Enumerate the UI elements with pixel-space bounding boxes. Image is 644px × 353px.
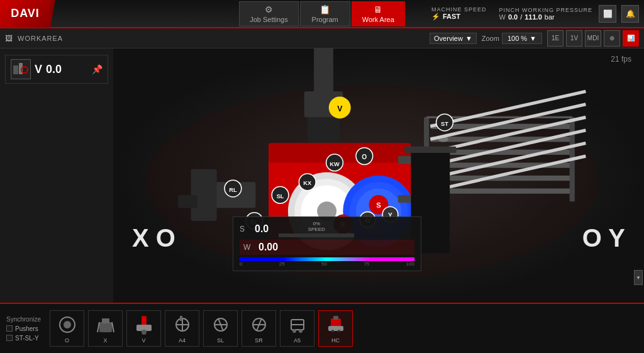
svg-point-98	[338, 330, 340, 332]
tab-job-settings[interactable]: ⚙ Job Settings	[239, 1, 299, 26]
v-number: 0.0	[46, 63, 62, 76]
tab-program[interactable]: 📋 Program	[300, 1, 350, 26]
machine-info: MACHINE SPEED ⚡ FAST PINCH WORKING PRESS…	[431, 6, 599, 21]
v-value: V	[35, 63, 42, 76]
zoom-control: Zoom 100 % ▼	[482, 33, 542, 44]
thumb-A5[interactable]: A5	[280, 310, 314, 347]
zoom-value[interactable]: 100 % ▼	[502, 33, 542, 44]
svg-rect-73	[99, 322, 112, 332]
bottom-bar: Synchronize Pushers ST-SL-Y O X	[0, 303, 644, 353]
scroll-right[interactable]: ▼	[634, 270, 643, 285]
toolbar-controls: 1E 1V MDI ⊕ 📊	[547, 30, 639, 47]
tab-work-area[interactable]: 🖥 Work Area	[352, 1, 405, 26]
svg-rect-38	[178, 195, 197, 208]
speed-bar-container: 0% SPEED	[279, 221, 354, 237]
sync-st-sl-y: ST-SL-Y	[6, 335, 41, 342]
thumb-SR-icon	[248, 313, 270, 336]
svg-text:KW: KW	[330, 161, 340, 167]
speed-bar	[279, 233, 354, 237]
pinch-pressure-block: PINCH WORKING PRESSURE W 0.0 / 111.0 bar	[499, 7, 592, 21]
toolbar: 🖼 WORKAREA Overview ▼ Zoom 100 % ▼ 1E 1V…	[0, 28, 644, 48]
svg-rect-46	[404, 147, 456, 153]
zoom-chevron-icon: ▼	[530, 35, 536, 42]
svg-point-97	[331, 330, 334, 332]
viewport: 21 fps	[113, 48, 644, 303]
svg-rect-9	[430, 189, 572, 194]
top-bar: DAVI ⚙ Job Settings 📋 Program 🖥 Work Are…	[0, 0, 644, 28]
thumb-O[interactable]: O	[50, 310, 84, 347]
thumb-SL[interactable]: SL	[203, 310, 238, 347]
program-icon: 📋	[319, 4, 330, 14]
thumb-X-icon	[94, 313, 117, 336]
pin-icon[interactable]: 📌	[92, 64, 103, 74]
work-area-icon: 🖥	[374, 4, 382, 14]
svg-rect-95	[328, 326, 343, 331]
thumb-X[interactable]: X	[88, 310, 123, 347]
thumb-A4-icon	[171, 313, 194, 336]
svg-text:V: V	[337, 104, 343, 113]
xo-overlay: X O	[132, 224, 175, 252]
chevron-down-icon: ▼	[465, 35, 472, 42]
thumb-SR[interactable]: SR	[242, 310, 276, 347]
workarea-label: WORKAREA	[18, 35, 63, 42]
svg-text:S: S	[376, 201, 381, 209]
svg-rect-83	[180, 316, 182, 321]
thumb-O-icon	[56, 313, 79, 336]
ctrl-chart[interactable]: 📊	[623, 30, 639, 47]
bell-icon-btn[interactable]: 🔔	[621, 5, 639, 23]
thumb-A5-icon	[286, 313, 309, 336]
overview-select[interactable]: Overview ▼	[430, 33, 477, 44]
speed-icon: ⚡	[431, 13, 440, 21]
window-icon-btn[interactable]: ⬜	[599, 5, 616, 23]
nav-tabs: ⚙ Job Settings 📋 Program 🖥 Work Area	[239, 1, 405, 26]
thumb-V[interactable]: V	[126, 310, 161, 347]
oy-overlay: O Y	[582, 224, 625, 252]
ctrl-crosshair[interactable]: ⊕	[604, 30, 620, 47]
svg-text:KX: KX	[303, 180, 312, 186]
job-settings-icon: ⚙	[265, 4, 273, 14]
machine-speed-block: MACHINE SPEED ⚡ FAST	[431, 6, 487, 21]
thumb-HC[interactable]: HC	[318, 310, 353, 347]
thumb-HC-icon	[325, 313, 347, 336]
svg-rect-0	[13, 65, 18, 74]
svg-text:RL: RL	[229, 187, 237, 193]
svg-text:SL: SL	[277, 193, 284, 199]
thumb-SL-icon	[209, 313, 232, 336]
data-panel: S 0.0 0% SPEED W 0.00	[233, 216, 421, 271]
main-area: V 0.0 📌 21 fps	[0, 48, 644, 303]
svg-rect-96	[333, 316, 338, 320]
svg-rect-39	[314, 48, 333, 104]
sync-pushers: Pushers	[6, 325, 41, 332]
ctrl-mdi[interactable]: MDI	[585, 30, 601, 47]
svg-line-75	[97, 322, 99, 332]
color-bar: 0 25 50 75 100	[240, 257, 414, 267]
workarea-icon: 🖼	[5, 34, 13, 43]
v-icon	[11, 59, 31, 79]
pushers-checkbox[interactable]	[6, 325, 13, 332]
ctrl-1e[interactable]: 1E	[547, 30, 564, 47]
svg-line-76	[112, 322, 114, 332]
s-row: S 0.0 0% SPEED	[240, 221, 414, 237]
svg-point-92	[292, 329, 296, 333]
svg-point-79	[142, 330, 147, 335]
thumb-V-icon	[133, 313, 155, 336]
app-logo: DAVI	[0, 0, 50, 28]
left-panel: V 0.0 📌	[0, 48, 113, 303]
svg-rect-74	[102, 318, 109, 323]
v-display: V 0.0 📌	[5, 55, 108, 84]
svg-text:O: O	[362, 154, 367, 160]
ctrl-1v[interactable]: 1V	[566, 30, 582, 47]
svg-text:ST: ST	[441, 121, 448, 127]
w-row: W 0.00	[240, 240, 414, 255]
thumb-A4[interactable]: A4	[165, 310, 199, 347]
st-sl-y-checkbox[interactable]	[6, 335, 13, 341]
top-right-icons: ⬜ 🔔	[599, 5, 644, 23]
svg-point-93	[299, 329, 303, 333]
svg-point-72	[64, 321, 71, 328]
sync-section: Synchronize Pushers ST-SL-Y	[6, 316, 41, 342]
